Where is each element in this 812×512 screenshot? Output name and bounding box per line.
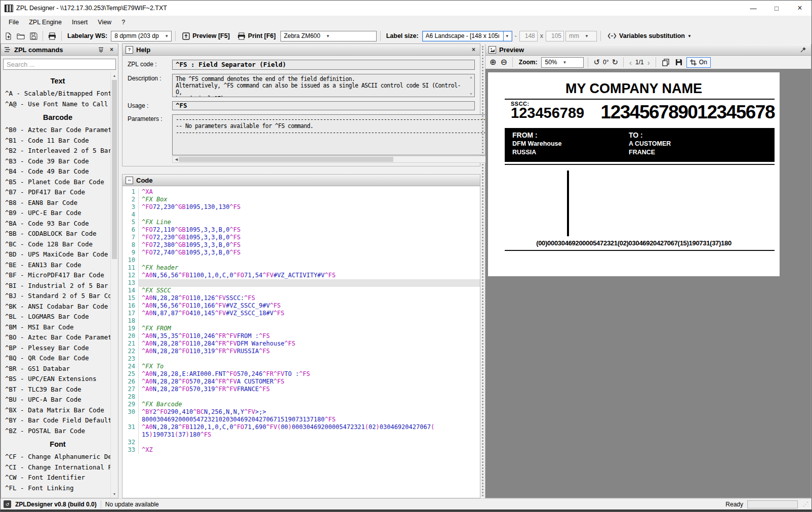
zpl-command-item[interactable]: ^BD - UPS MaxiCode Bar Code [5,249,110,260]
code-line[interactable]: 3^FO72,230^GB1095,130,130^FS [123,203,480,211]
scrollbar-thumb[interactable] [179,157,393,162]
code-line-text[interactable]: ^A0N,56,56^FO110,166^FV#VZ_SSCC_9#V^FS [139,302,480,310]
scroll-up-icon[interactable]: ▲ [111,72,118,79]
code-line[interactable]: 20^A0N,35,35^FO110,246^FR^FVFROM :^FS [123,332,480,340]
zpl-command-item[interactable]: ^BQ - QR Code Bar Code [5,353,110,364]
zpl-command-item[interactable]: ^BL - LOGMARS Bar Code [5,312,110,322]
menu-view[interactable]: View [93,17,116,28]
scroll-left-icon[interactable]: ◄ [174,157,179,162]
maximize-button[interactable]: □ [765,1,788,16]
dpi-select[interactable]: 8 dpmm (203 dpi) ▼ [111,31,172,41]
code-line-text[interactable]: ^A0N,28,28^FO570,319^FR^FVFRANCE^FS [139,386,480,393]
zpl-command-item[interactable]: ^BR - GS1 Databar [5,364,110,374]
code-line-text[interactable] [139,317,480,325]
print-icon[interactable] [47,30,58,41]
code-line-text[interactable]: ^A0N,87,87^FO410,145^FV#VZ_SSCC_18#V^FS [139,310,480,317]
code-line[interactable]: 30^BY2^FO290,410^BCN,256,N,N,Y^FV>;>8000… [123,408,480,423]
rotate-ccw-icon[interactable]: ↺ [592,58,601,67]
zpl-command-item[interactable]: ^CI - Change International Font [5,462,110,473]
zpl-command-item[interactable]: ^BE - EAN13 Bar Code [5,260,110,271]
zoom-in-icon[interactable]: ⊕ [489,58,497,66]
zpl-command-item[interactable]: ^BY - Bar Code Field Default [5,415,110,426]
code-line[interactable]: 24^FX To [123,363,480,370]
code-line[interactable]: 11^FX header [123,264,480,272]
scroll-up-icon[interactable]: ▲ [469,75,473,79]
save-file-icon[interactable] [28,30,39,41]
code-line-text[interactable]: ^FO72,230^GB1095,130,130^FS [139,203,480,211]
zpl-command-item[interactable]: ^CW - Font Identifier [5,473,110,483]
resize-grip[interactable]: ⋰ [803,501,808,507]
autohide-icon[interactable] [97,47,105,53]
code-line-text[interactable]: ^FO72,110^GB1095,3,3,B,0^FS [139,226,480,234]
code-editor[interactable]: 1^XA2^FX Box3^FO72,230^GB1095,130,130^FS… [123,186,480,498]
close-panel-icon[interactable]: × [108,46,115,53]
copy-icon[interactable] [660,57,671,68]
code-line-text[interactable]: ^A0N,28,28,E:ARI000.FNT^FO570,246^FR^FVT… [139,370,480,378]
code-line-text[interactable]: ^A0N,35,35^FO110,246^FR^FVFROM :^FS [139,332,480,340]
zpl-command-item[interactable]: ^BK - ANSI Codabar Bar Code [5,302,110,312]
code-line-text[interactable]: ^FX header [139,264,480,272]
code-line-text[interactable]: ^FX FROM [139,325,480,332]
code-line[interactable]: 14^FX SSCC [123,287,480,294]
code-line[interactable]: 19^FX FROM [123,325,480,332]
code-line-text[interactable]: ^XZ [139,446,480,454]
code-line-text[interactable]: ^A0N,28,28^FO110,319^FR^FVRUSSIA^FS [139,348,480,355]
vertical-splitter[interactable] [480,44,485,498]
zpl-command-item[interactable]: ^BS - UPC/EAN Extensions [5,374,110,385]
zpl-command-item[interactable]: ^BF - MicroPDF417 Bar Code [5,270,110,281]
code-line[interactable]: 26^A0N,28,28^FO570,284^FR^FVA CUSTOMER^F… [123,378,480,386]
print-button[interactable]: Print [F6] [234,32,279,40]
zoom-select[interactable]: 50% ▼ [541,57,584,68]
close-help-icon[interactable]: × [470,46,477,53]
save-image-icon[interactable] [673,57,684,68]
sidebar-scrollbar[interactable]: ▲ ▼ [110,72,118,498]
code-line-text[interactable]: ^FX SSCC [139,287,480,294]
next-page-icon[interactable]: › [646,58,652,67]
code-line[interactable]: 18 [123,317,480,325]
code-line[interactable]: 32 [123,439,480,446]
code-line[interactable]: 28 [123,393,480,401]
minimize-button[interactable]: — [742,1,765,16]
variables-substitution-button[interactable]: Variables substitution ▼ [604,32,695,39]
code-line-text[interactable] [139,257,480,264]
code-line[interactable]: 15^A0N,28,28^FO110,126^FVSSCC:^FS [123,294,480,302]
code-line[interactable]: 33^XZ [123,446,480,454]
zpl-command-item[interactable]: ^B7 - PDF417 Bar Code [5,187,110,198]
code-line[interactable]: 7^FO72,230^GB1095,3,3,B,0^FS [123,234,480,241]
code-line-text[interactable] [139,393,480,401]
code-line-text[interactable]: ^FO72,740^GB1095,3,3,B,0^FS [139,249,480,257]
rotate-cw-icon[interactable]: ↻ [611,58,620,67]
code-line[interactable]: 6^FO72,110^GB1095,3,3,B,0^FS [123,226,480,234]
zpl-command-item[interactable]: ^BP - Plessey Bar Code [5,343,110,354]
preview-viewport[interactable]: MY COMPANY NAME SSCC: 123456789 12345678… [485,69,811,498]
code-line-text[interactable] [139,211,480,219]
code-line-text[interactable]: ^FX Barcode [139,401,480,408]
code-line[interactable]: 4 [123,211,480,219]
preview-button[interactable]: Preview [F5] [179,32,233,40]
zpl-command-item[interactable]: ^FL - Font Linking [5,483,110,494]
code-line[interactable]: 17^A0N,87,87^FO410,145^FV#VZ_SSCC_18#V^F… [123,310,480,317]
code-line[interactable]: 13 [123,279,480,287]
zpl-command-item[interactable]: ^BJ - Standard 2 of 5 Bar Code [5,291,110,302]
scrollbar-thumb[interactable] [112,80,117,259]
code-line-text[interactable]: ^FX Line [139,219,480,226]
zpl-command-item[interactable]: ^B4 - Code 49 Bar Code [5,166,110,177]
code-line[interactable]: 27^A0N,28,28^FO570,319^FR^FVFRANCE^FS [123,386,480,393]
code-line[interactable]: 2^FX Box [123,196,480,203]
pin-icon[interactable] [799,47,808,53]
zpl-command-item[interactable]: ^A - Scalable/Bitmapped Font [5,89,110,99]
zoom-out-icon[interactable]: ⊖ [499,58,508,66]
code-line-text[interactable]: ^A0N,28,28^FO570,284^FR^FVA CUSTOMER^FS [139,378,480,386]
zpl-command-item[interactable]: ^B3 - Code 39 Bar Code [5,156,110,167]
label-size-select[interactable]: A6 Landscape - [148 x 105mm] ▼ [422,31,512,41]
label-height-input[interactable]: 105 [546,31,564,41]
code-line[interactable]: 22^A0N,28,28^FO110,319^FR^FVRUSSIA^FS [123,348,480,355]
zpl-command-item[interactable]: ^BB - CODABLOCK Bar Code [5,229,110,239]
code-line[interactable]: 9^FO72,740^GB1095,3,3,B,0^FS [123,249,480,257]
code-line[interactable]: 21^A0N,28,28^FO110,284^FR^FVDFM Warehous… [123,340,480,348]
scroll-down-icon[interactable]: ▼ [111,490,118,498]
unit-select[interactable]: mm ▼ [565,31,597,41]
menu-zpl-engine[interactable]: ZPL Engine [24,17,67,28]
crop-toggle-button[interactable]: On [686,57,711,68]
code-line-text[interactable]: ^A0N,28,28^FO110,284^FR^FVDFM Warehouse^… [139,340,480,348]
